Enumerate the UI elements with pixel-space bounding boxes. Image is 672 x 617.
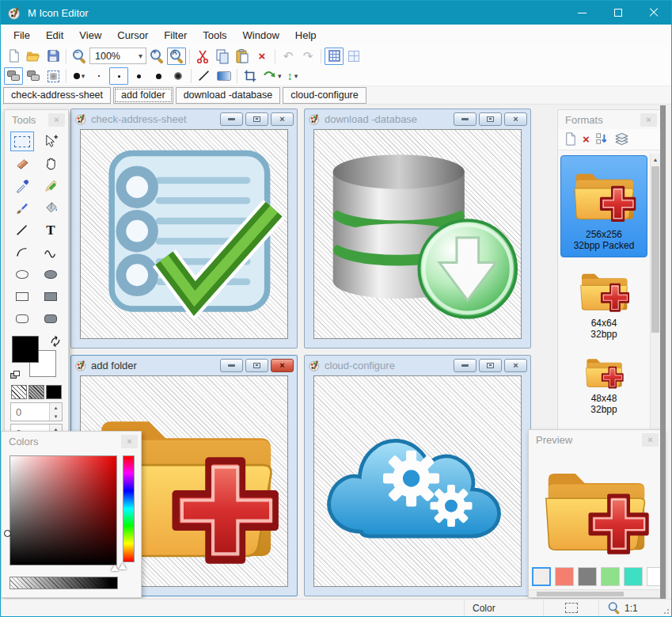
pattern-hatch-light[interactable]: [11, 385, 27, 399]
tab-download-database[interactable]: download -database: [176, 87, 281, 104]
child-close-button[interactable]: ×: [504, 112, 527, 126]
tools-panel-close-button[interactable]: ×: [48, 113, 65, 127]
preview-bg-swatch[interactable]: [532, 567, 551, 586]
brush-size-2-button[interactable]: [109, 67, 128, 85]
new-button[interactable]: [4, 48, 23, 65]
minimize-button[interactable]: [564, 1, 600, 25]
undo-button[interactable]: ↶: [279, 48, 298, 65]
pattern-solid-black[interactable]: [46, 385, 62, 399]
brush-size-4-button[interactable]: [149, 67, 168, 85]
scroll-up-icon[interactable]: ▲: [651, 154, 660, 165]
tab-check-address-sheet[interactable]: check-address-sheet: [3, 87, 111, 104]
drawing-canvas[interactable]: [313, 375, 522, 587]
tool-select[interactable]: [10, 131, 34, 151]
scrollbar-thumb[interactable]: [651, 166, 659, 333]
selection-blur-button[interactable]: [44, 67, 63, 85]
menu-cursor[interactable]: Cursor: [109, 27, 156, 44]
tool-rounded-rect[interactable]: [10, 309, 34, 329]
brush-shape-dropdown[interactable]: ▾: [70, 67, 89, 85]
swap-colors-icon[interactable]: [47, 333, 63, 349]
paste-button[interactable]: [233, 48, 252, 65]
sort-formats-button[interactable]: [594, 131, 609, 147]
show-grid-button[interactable]: [325, 48, 344, 65]
cut-button[interactable]: [193, 48, 212, 65]
scrollbar-thumb[interactable]: [537, 592, 624, 596]
tool-rectangle-filled[interactable]: [39, 287, 63, 307]
preview-bg-swatch[interactable]: [601, 567, 620, 586]
zoom-actual-button[interactable]: A: [167, 48, 186, 65]
tool-brush[interactable]: [10, 198, 34, 218]
tab-add-folder[interactable]: add folder: [113, 87, 173, 104]
formats-panel-titlebar[interactable]: Formats ×: [558, 110, 660, 129]
layer-mode-2-button[interactable]: [24, 67, 43, 85]
format-item-256[interactable]: 256x256 32bpp Packed: [560, 155, 647, 257]
drawing-canvas[interactable]: [313, 129, 522, 339]
close-button[interactable]: [636, 1, 671, 25]
line-style-button[interactable]: [195, 67, 214, 85]
pattern-hatch-dark[interactable]: [28, 385, 44, 399]
tool-ellipse[interactable]: [10, 265, 34, 284]
child-minimize-button[interactable]: [220, 112, 243, 126]
preview-bg-swatch[interactable]: [555, 567, 574, 586]
format-item-64[interactable]: 64x64 32bpp: [560, 259, 647, 345]
zoom-out-button[interactable]: −: [70, 48, 89, 65]
tool-eraser[interactable]: [10, 154, 34, 173]
zoom-level-combo[interactable]: 100% ▾: [89, 48, 146, 64]
tool-eyedropper[interactable]: [10, 176, 34, 196]
delete-button[interactable]: ×: [252, 48, 271, 65]
child-titlebar[interactable]: check-address-sheet ×: [71, 109, 297, 128]
gradient-button[interactable]: [215, 67, 233, 85]
tool-curve[interactable]: [39, 242, 63, 262]
preview-bg-swatch[interactable]: [578, 567, 597, 586]
child-minimize-button[interactable]: [454, 112, 476, 126]
layer-mode-button[interactable]: [4, 67, 23, 85]
saturation-value-picker[interactable]: [9, 455, 117, 566]
format-item-48[interactable]: 48x48 32bpp: [560, 347, 647, 421]
child-titlebar[interactable]: add folder ×: [71, 356, 297, 375]
child-minimize-button[interactable]: [220, 359, 243, 372]
child-maximize-button[interactable]: [479, 112, 502, 126]
resize-dropdown[interactable]: ↕ ▾: [283, 67, 302, 85]
preview-bg-swatch[interactable]: [624, 567, 643, 586]
menu-edit[interactable]: Edit: [38, 27, 71, 44]
colors-panel-close-button[interactable]: ×: [121, 435, 138, 448]
document-window-cloud-configure[interactable]: cloud-configure ×: [304, 355, 531, 596]
tool-rectangle[interactable]: [10, 287, 34, 307]
menu-window[interactable]: Window: [235, 27, 287, 44]
brush-size-1-button[interactable]: [89, 67, 108, 85]
hue-marker[interactable]: [119, 563, 127, 569]
tools-panel-titlebar[interactable]: Tools ×: [5, 110, 68, 129]
drawing-canvas[interactable]: [80, 129, 288, 339]
brush-size-5-button[interactable]: [169, 67, 188, 85]
menu-tools[interactable]: Tools: [195, 27, 234, 44]
delete-format-button[interactable]: ×: [583, 132, 590, 146]
child-close-button[interactable]: ×: [271, 359, 294, 372]
menu-view[interactable]: View: [71, 27, 109, 44]
tool-rounded-rect-filled[interactable]: [39, 309, 63, 329]
tool-ellipse-filled[interactable]: [39, 265, 63, 284]
sv-marker[interactable]: [111, 565, 119, 571]
tool-line[interactable]: [10, 220, 34, 240]
child-close-button[interactable]: ×: [504, 359, 527, 372]
alpha-slider[interactable]: [9, 577, 118, 589]
tool-pencil[interactable]: [39, 176, 63, 196]
new-format-button[interactable]: [563, 131, 578, 147]
copy-button[interactable]: [213, 48, 232, 65]
child-titlebar[interactable]: download -database ×: [305, 109, 530, 128]
tool-pan[interactable]: [39, 154, 63, 173]
hue-slider[interactable]: [123, 455, 135, 562]
sv-picker-cursor[interactable]: [4, 530, 11, 537]
child-titlebar[interactable]: cloud-configure ×: [305, 356, 530, 375]
foreground-color-chip[interactable]: [12, 336, 39, 363]
zoom-in-button[interactable]: +: [147, 48, 166, 65]
resize-grip[interactable]: [660, 600, 671, 616]
colors-panel-titlebar[interactable]: Colors ×: [2, 432, 141, 451]
tab-cloud-configure[interactable]: cloud-configure: [283, 87, 366, 104]
child-maximize-button[interactable]: [479, 359, 502, 372]
crop-button[interactable]: [241, 67, 260, 85]
layers-button[interactable]: [614, 131, 629, 147]
child-maximize-button[interactable]: [245, 359, 268, 372]
redo-button[interactable]: ↷: [298, 48, 317, 65]
document-window-download-database[interactable]: download -database ×: [304, 109, 531, 348]
child-maximize-button[interactable]: [245, 112, 268, 126]
